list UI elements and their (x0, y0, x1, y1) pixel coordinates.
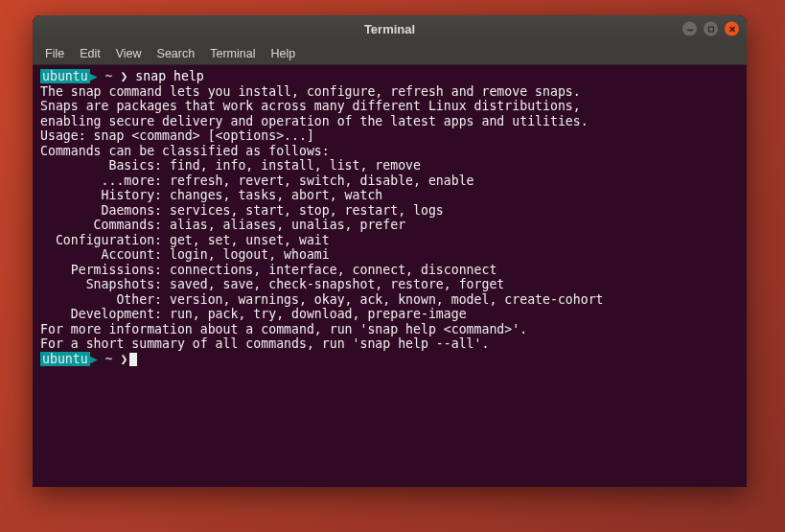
output-line: For more information about a command, ru… (40, 322, 739, 337)
menu-file[interactable]: File (38, 45, 71, 62)
svg-rect-1 (708, 27, 713, 32)
output-line: Permissions: connections, interface, con… (40, 263, 739, 278)
output-line: Commands: alias, aliases, unalias, prefe… (40, 218, 739, 233)
menu-edit[interactable]: Edit (73, 45, 107, 62)
output-line: Other: version, warnings, okay, ack, kno… (40, 292, 739, 308)
prompt-line-2: ubuntu▶ ~ ❯ (40, 352, 739, 367)
menu-search[interactable]: Search (150, 45, 202, 62)
output-line: Development: run, pack, try, download, p… (40, 307, 739, 322)
close-button[interactable] (725, 22, 739, 36)
output-line: enabling secure delivery and operation o… (40, 114, 739, 129)
prompt-host: ubuntu (40, 352, 90, 366)
output-line: Snaps are packages that work across many… (40, 99, 739, 114)
menubar: File Edit View Search Terminal Help (33, 42, 747, 65)
titlebar[interactable]: Terminal (33, 15, 747, 42)
window-controls (682, 22, 739, 36)
output-line: Account: login, logout, whoami (40, 247, 739, 263)
menu-terminal[interactable]: Terminal (203, 45, 262, 62)
menu-help[interactable]: Help (264, 45, 302, 62)
output-line: Commands can be classified as follows: (40, 144, 739, 159)
window-title: Terminal (364, 22, 415, 36)
prompt-sep-icon: ▶ (90, 69, 98, 83)
prompt-host: ubuntu (40, 69, 90, 83)
menu-view[interactable]: View (109, 45, 149, 62)
prompt-line-1: ubuntu▶ ~ ❯ snap help (40, 69, 739, 84)
output-line: Usage: snap <command> [<options>...] (40, 128, 739, 144)
terminal-output[interactable]: ubuntu▶ ~ ❯ snap helpThe snap command le… (33, 65, 747, 487)
prompt-path: ~ (105, 69, 113, 83)
output-line: ...more: refresh, revert, switch, disabl… (40, 173, 739, 189)
cursor (129, 353, 137, 366)
output-line: The snap command lets you install, confi… (40, 84, 739, 100)
output-line: History: changes, tasks, abort, watch (40, 188, 739, 203)
entered-command: snap help (135, 69, 203, 83)
prompt-sep-icon: ▶ (90, 352, 98, 366)
minimize-button[interactable] (682, 22, 697, 36)
prompt-path: ~ (105, 352, 113, 366)
output-line: Basics: find, info, install, list, remov… (40, 158, 739, 173)
output-line: Daemons: services, start, stop, restart,… (40, 203, 739, 219)
maximize-button[interactable] (704, 22, 718, 36)
output-line: For a short summary of all commands, run… (40, 336, 739, 352)
terminal-window: Terminal File Edit View Search Terminal … (33, 15, 747, 487)
output-line: Configuration: get, set, unset, wait (40, 233, 739, 248)
output-line: Snapshots: saved, save, check-snapshot, … (40, 277, 739, 292)
